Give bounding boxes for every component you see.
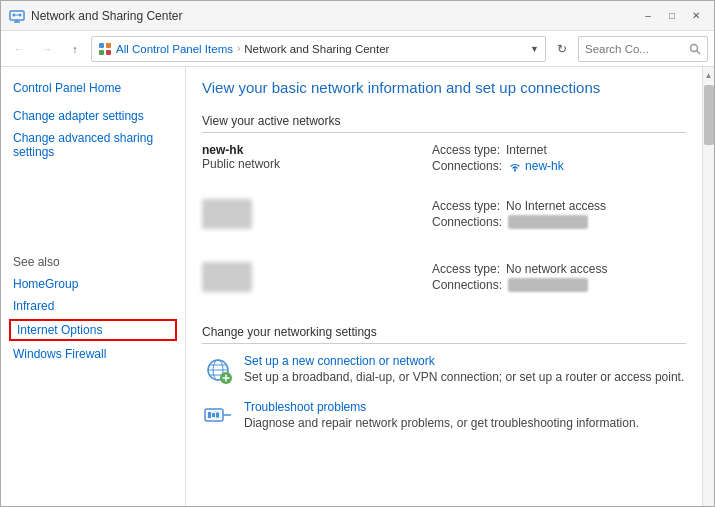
up-button[interactable]: ↑	[63, 37, 87, 61]
network-2-connections-label: Connections:	[432, 215, 502, 229]
network-2-blurred-icon	[202, 199, 252, 229]
network-2-access-value: No Internet access	[506, 199, 606, 213]
network-3-connections-label: Connections:	[432, 278, 502, 292]
network-1-name: new-hk	[202, 143, 432, 157]
svg-line-11	[697, 50, 701, 54]
control-panel-icon	[98, 42, 112, 56]
settings-item-new-connection: Set up a new connection or network Set u…	[202, 354, 686, 386]
svg-rect-8	[99, 50, 104, 55]
content-area: View your basic network information and …	[186, 67, 702, 506]
network-1-connections-label: Connections:	[432, 159, 502, 173]
svg-rect-24	[212, 413, 215, 417]
svg-rect-25	[216, 413, 219, 418]
network-3-details: Access type: No network access Connectio…	[432, 262, 607, 292]
sidebar-item-internet-options[interactable]: Internet Options	[9, 319, 177, 341]
page-title: View your basic network information and …	[202, 79, 686, 102]
sidebar-item-change-advanced-sharing[interactable]: Change advanced sharing settings	[1, 127, 185, 163]
minimize-button[interactable]: –	[638, 7, 658, 25]
network-row-3: Access type: No network access Connectio…	[202, 262, 686, 309]
network-3-access-label: Access type:	[432, 262, 500, 276]
network-1-access-row: Access type: Internet	[432, 143, 564, 157]
svg-rect-7	[106, 43, 111, 48]
path-segment-current: Network and Sharing Center	[244, 43, 389, 55]
network-2-access-row: Access type: No Internet access	[432, 199, 606, 213]
settings-item-troubleshoot: Troubleshoot problems Diagnose and repai…	[202, 400, 686, 432]
svg-rect-9	[106, 50, 111, 55]
sidebar: Control Panel Home Change adapter settin…	[1, 67, 186, 506]
main-content: Control Panel Home Change adapter settin…	[1, 67, 714, 506]
window-title: Network and Sharing Center	[31, 9, 182, 23]
network-row-1: new-hk Public network Access type: Inter…	[202, 143, 686, 183]
networking-settings-section: Change your networking settings	[202, 325, 686, 432]
maximize-button[interactable]: □	[662, 7, 682, 25]
active-networks-title: View your active networks	[202, 114, 686, 133]
see-also-title: See also	[1, 243, 185, 273]
title-bar-controls: – □ ✕	[638, 7, 706, 25]
search-box[interactable]	[578, 36, 708, 62]
troubleshoot-svg	[202, 400, 234, 432]
network-1-access-label: Access type:	[432, 143, 500, 157]
search-input[interactable]	[585, 43, 685, 55]
sidebar-item-infrared[interactable]: Infrared	[1, 295, 185, 317]
address-chevron-icon[interactable]: ▼	[530, 44, 539, 54]
new-connection-svg	[202, 354, 234, 386]
right-scrollbar: ▲	[702, 67, 714, 506]
network-2-connections-row: Connections:	[432, 215, 606, 229]
network-1-details: Access type: Internet Connections:	[432, 143, 564, 173]
network-row-2: Access type: No Internet access Connecti…	[202, 199, 686, 246]
network-1-info: new-hk Public network	[202, 143, 432, 171]
settings-text-troubleshoot: Troubleshoot problems Diagnose and repai…	[244, 400, 686, 430]
sidebar-item-control-panel-home[interactable]: Control Panel Home	[1, 77, 185, 99]
window-icon	[9, 8, 25, 24]
new-connection-icon	[202, 354, 234, 386]
network-3-info	[202, 262, 432, 299]
network-1-connections-link[interactable]: new-hk	[508, 159, 564, 173]
svg-point-4	[19, 13, 22, 16]
settings-text-new-connection: Set up a new connection or network Set u…	[244, 354, 686, 384]
troubleshoot-desc: Diagnose and repair network problems, or…	[244, 416, 686, 430]
network-1-connections-row: Connections: new-hk	[432, 159, 564, 173]
scroll-thumb[interactable]	[704, 85, 714, 145]
network-3-connections-row: Connections:	[432, 278, 607, 292]
new-connection-link[interactable]: Set up a new connection or network	[244, 354, 686, 368]
network-2-connections-blurred	[508, 215, 588, 229]
address-path[interactable]: All Control Panel Items › Network and Sh…	[91, 36, 546, 62]
new-connection-desc: Set up a broadband, dial-up, or VPN conn…	[244, 370, 686, 384]
sidebar-item-homegroup[interactable]: HomeGroup	[1, 273, 185, 295]
wifi-icon	[508, 159, 522, 173]
troubleshoot-link[interactable]: Troubleshoot problems	[244, 400, 686, 414]
search-icon	[689, 43, 701, 55]
network-2-details: Access type: No Internet access Connecti…	[432, 199, 606, 229]
svg-rect-23	[208, 412, 211, 418]
svg-rect-6	[99, 43, 104, 48]
network-3-blurred-icon	[202, 262, 252, 292]
sidebar-item-change-adapter[interactable]: Change adapter settings	[1, 105, 185, 127]
path-segment-all: All Control Panel Items	[116, 43, 233, 55]
path-separator: ›	[237, 43, 240, 54]
network-1-connections-value: new-hk	[525, 159, 564, 173]
forward-button[interactable]: →	[35, 37, 59, 61]
main-window: Network and Sharing Center – □ ✕ ← → ↑ A…	[0, 0, 715, 507]
network-2-info	[202, 199, 432, 236]
refresh-button[interactable]: ↻	[550, 37, 574, 61]
network-3-access-value: No network access	[506, 262, 607, 276]
title-bar: Network and Sharing Center – □ ✕	[1, 1, 714, 31]
sidebar-item-windows-firewall[interactable]: Windows Firewall	[1, 343, 185, 365]
close-button[interactable]: ✕	[686, 7, 706, 25]
network-1-access-value: Internet	[506, 143, 547, 157]
svg-point-3	[13, 13, 16, 16]
networking-settings-title: Change your networking settings	[202, 325, 686, 344]
title-bar-left: Network and Sharing Center	[9, 8, 182, 24]
back-button[interactable]: ←	[7, 37, 31, 61]
svg-point-10	[691, 44, 698, 51]
network-2-access-label: Access type:	[432, 199, 500, 213]
troubleshoot-icon	[202, 400, 234, 432]
network-1-type: Public network	[202, 157, 432, 171]
scroll-up-arrow[interactable]: ▲	[703, 67, 715, 83]
network-3-connections-blurred	[508, 278, 588, 292]
network-3-access-row: Access type: No network access	[432, 262, 607, 276]
address-bar: ← → ↑ All Control Panel Items › Network …	[1, 31, 714, 67]
